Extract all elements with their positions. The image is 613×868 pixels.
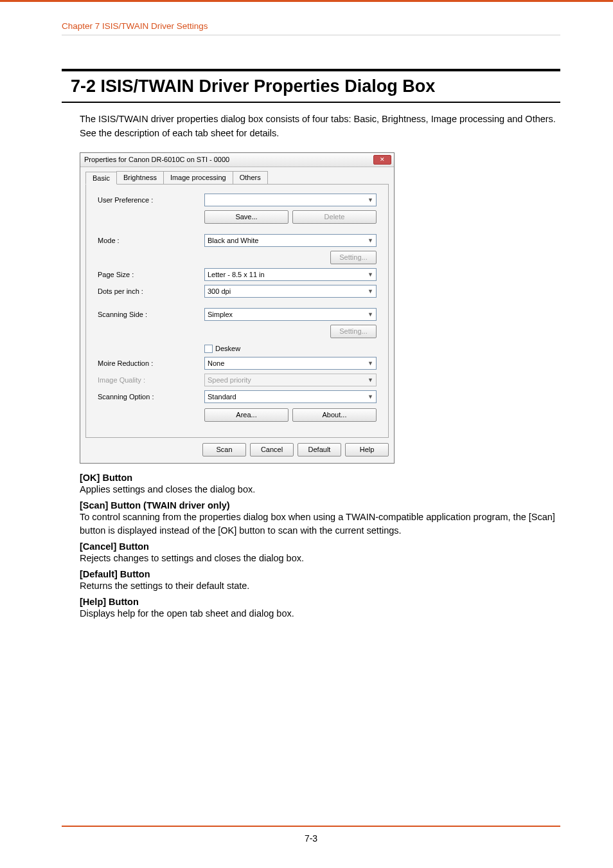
tab-strip: Basic Brightness Image processing Others	[80, 167, 394, 184]
def-body: Returns the settings to their default st…	[80, 579, 560, 593]
def-body: Rejects changes to settings and closes t…	[80, 552, 560, 565]
combo-user-preference[interactable]: ▼	[204, 194, 377, 206]
label-dpi: Dots per inch :	[98, 287, 204, 295]
tab-others[interactable]: Others	[233, 171, 268, 184]
def-body: To control scanning from the properties …	[80, 511, 560, 538]
label-scanning-side: Scanning Side :	[98, 311, 204, 318]
tab-panel-basic: User Preference : ▼ Save... Delete Mode …	[85, 184, 389, 438]
chevron-down-icon: ▼	[368, 271, 373, 278]
mode-setting-button[interactable]: Setting...	[330, 251, 377, 264]
chevron-down-icon: ▼	[368, 377, 373, 383]
tab-image-processing[interactable]: Image processing	[163, 171, 233, 184]
def-title: [Help] Button	[80, 597, 560, 607]
default-button[interactable]: Default	[298, 443, 341, 457]
def-title: [Default] Button	[80, 569, 560, 579]
def-body: Applies settings and closes the dialog b…	[80, 483, 560, 496]
combo-moire[interactable]: None ▼	[204, 357, 377, 370]
label-image-quality: Image Quality :	[98, 376, 204, 384]
label-deskew: Deskew	[215, 345, 240, 352]
section-heading-bar: 7-2 ISIS/TWAIN Driver Properties Dialog …	[62, 69, 560, 103]
page-number: 7-3	[62, 833, 560, 844]
combo-mode[interactable]: Black and White ▼	[204, 234, 377, 247]
scan-button[interactable]: Scan	[202, 443, 246, 457]
save-button[interactable]: Save...	[204, 210, 289, 224]
dialog-title: Properties for Canon DR-6010C on STI - 0…	[84, 156, 373, 163]
dialog-titlebar: Properties for Canon DR-6010C on STI - 0…	[80, 153, 394, 167]
help-button[interactable]: Help	[345, 443, 389, 457]
label-mode: Mode :	[98, 237, 204, 244]
deskew-checkbox[interactable]	[204, 345, 213, 353]
section-heading: 7-2 ISIS/TWAIN Driver Properties Dialog …	[71, 77, 560, 96]
about-button[interactable]: About...	[292, 408, 377, 422]
chevron-down-icon: ▼	[368, 237, 373, 244]
chevron-down-icon: ▼	[368, 393, 373, 400]
tab-brightness[interactable]: Brightness	[116, 171, 164, 184]
label-user-preference: User Preference :	[98, 196, 204, 204]
area-button[interactable]: Area...	[204, 408, 289, 422]
def-title: [Cancel] Button	[80, 541, 560, 552]
chevron-down-icon: ▼	[368, 311, 373, 318]
tab-basic[interactable]: Basic	[85, 172, 117, 185]
close-icon[interactable]: ✕	[373, 155, 391, 165]
label-scanning-option: Scanning Option :	[98, 393, 204, 401]
combo-scanning-option[interactable]: Standard ▼	[204, 390, 377, 403]
delete-button[interactable]: Delete	[292, 210, 377, 224]
chapter-header: Chapter 7 ISIS/TWAIN Driver Settings	[0, 2, 613, 35]
def-title: [Scan] Button (TWAIN driver only)	[80, 500, 560, 511]
chevron-down-icon: ▼	[368, 360, 373, 366]
combo-scanning-side[interactable]: Simplex ▼	[204, 308, 377, 321]
intro-paragraph: The ISIS/TWAIN driver properties dialog …	[80, 112, 560, 141]
combo-page-size[interactable]: Letter - 8.5 x 11 in ▼	[204, 268, 377, 281]
chevron-down-icon: ▼	[368, 197, 373, 203]
definitions-list: [OK] Button Applies settings and closes …	[80, 473, 560, 620]
side-setting-button[interactable]: Setting...	[330, 325, 377, 338]
properties-dialog: Properties for Canon DR-6010C on STI - 0…	[80, 152, 395, 464]
chevron-down-icon: ▼	[368, 288, 373, 294]
dialog-footer: Scan Cancel Default Help	[80, 443, 394, 463]
page-footer: 7-3	[62, 826, 560, 844]
cancel-button[interactable]: Cancel	[250, 443, 294, 457]
def-body: Displays help for the open tab sheet and…	[80, 607, 560, 620]
def-title: [OK] Button	[80, 473, 560, 483]
label-moire: Moire Reduction :	[98, 359, 204, 367]
label-page-size: Page Size :	[98, 271, 204, 278]
footer-accent	[62, 826, 560, 827]
combo-dpi[interactable]: 300 dpi ▼	[204, 285, 377, 298]
combo-image-quality: Speed priority ▼	[204, 374, 377, 386]
